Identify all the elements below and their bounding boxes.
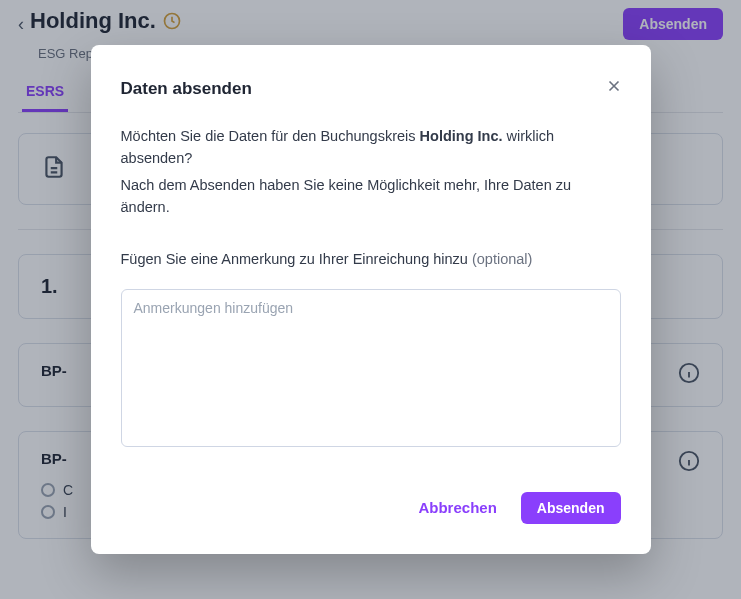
modal-overlay: Daten absenden Möchten Sie die Daten für…	[0, 0, 741, 599]
modal-confirm-text: Möchten Sie die Daten für den Buchungskr…	[121, 125, 621, 170]
notes-textarea[interactable]	[121, 289, 621, 447]
modal-warning-text: Nach dem Absenden haben Sie keine Möglic…	[121, 174, 621, 219]
modal-title: Daten absenden	[121, 79, 621, 99]
modal-body: Möchten Sie die Daten für den Buchungskr…	[121, 125, 621, 454]
submit-modal: Daten absenden Möchten Sie die Daten für…	[91, 45, 651, 555]
close-icon[interactable]	[601, 73, 627, 99]
cancel-button[interactable]: Abbrechen	[412, 489, 502, 526]
modal-note-label: Fügen Sie eine Anmerkung zu Ihrer Einrei…	[121, 248, 621, 270]
optional-hint: (optional)	[472, 251, 532, 267]
company-name: Holding Inc.	[420, 128, 503, 144]
modal-submit-button[interactable]: Absenden	[521, 492, 621, 524]
